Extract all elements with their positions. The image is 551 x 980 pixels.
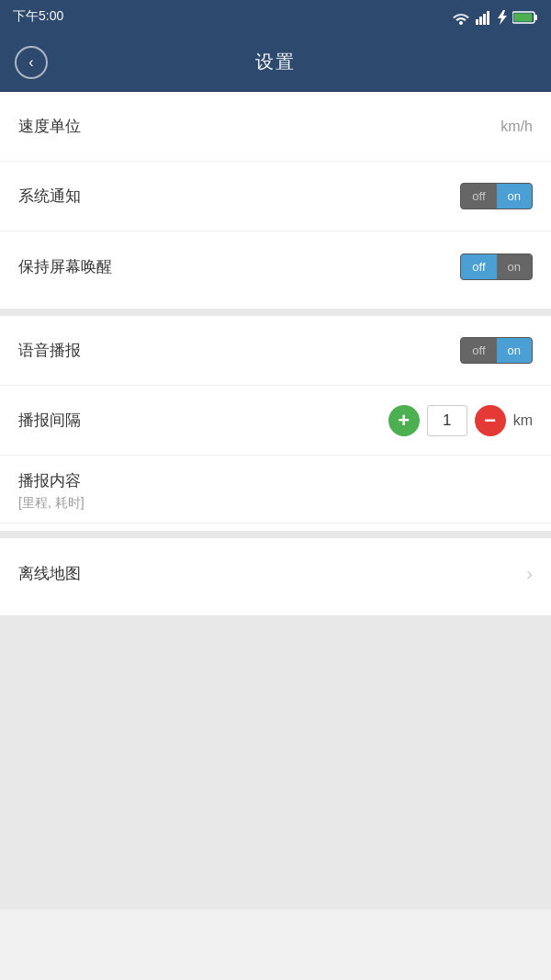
broadcast-content-row[interactable]: 播报内容 [里程, 耗时]	[0, 456, 551, 524]
battery-icon	[512, 9, 538, 24]
interval-value: 1	[427, 405, 467, 436]
svg-rect-3	[487, 11, 489, 25]
system-notification-toggle[interactable]: off on	[460, 183, 533, 209]
status-icons	[452, 8, 538, 24]
svg-rect-1	[479, 17, 482, 25]
system-notification-row: 系统通知 off on	[0, 162, 551, 231]
keep-screen-toggle-off[interactable]: off	[461, 254, 496, 279]
voice-broadcast-label: 语音播报	[18, 340, 81, 361]
keep-screen-awake-row: 保持屏幕唤醒 off on	[0, 231, 551, 301]
section-general: 速度单位 km/h 系统通知 off on 保持屏幕唤醒 off on	[0, 92, 551, 301]
voice-broadcast-row: 语音播报 off on	[0, 316, 551, 386]
toggle-on-label[interactable]: on	[497, 184, 532, 208]
back-icon: ‹	[28, 54, 33, 71]
voice-toggle-off[interactable]: off	[461, 338, 496, 363]
keep-screen-toggle[interactable]: off on	[460, 253, 533, 280]
status-time: 下午5:00	[13, 8, 63, 25]
signal-icon	[476, 8, 492, 24]
broadcast-content-label: 播报内容	[18, 470, 533, 491]
section-voice: 语音播报 off on 播报间隔 + 1 − km 播报内容 [里程	[0, 316, 551, 524]
plus-icon: +	[398, 409, 410, 433]
interval-increase-button[interactable]: +	[388, 405, 420, 436]
broadcast-content-sub: [里程, 耗时]	[18, 495, 533, 512]
wifi-icon	[452, 8, 470, 24]
section-offline: 离线地图 ›	[0, 538, 551, 608]
interval-decrease-button[interactable]: −	[475, 405, 506, 436]
voice-toggle-on[interactable]: on	[497, 338, 532, 363]
keep-screen-toggle-on[interactable]: on	[497, 254, 532, 279]
section-divider-2	[0, 531, 551, 538]
section-divider-1	[0, 309, 551, 316]
charging-icon	[498, 8, 507, 24]
interval-counter: + 1 − km	[388, 405, 533, 436]
keep-screen-awake-label: 保持屏幕唤醒	[18, 256, 112, 277]
header: ‹ 设置	[0, 33, 551, 92]
speed-unit-label: 速度单位	[18, 116, 81, 137]
interval-unit: km	[513, 412, 533, 429]
voice-broadcast-toggle[interactable]: off on	[460, 337, 533, 364]
offline-map-row[interactable]: 离线地图 ›	[0, 538, 551, 608]
svg-rect-2	[483, 14, 486, 25]
svg-rect-6	[514, 14, 533, 22]
status-bar: 下午5:00	[0, 0, 551, 33]
system-notification-label: 系统通知	[18, 186, 81, 207]
minus-icon: −	[484, 409, 496, 433]
page-title: 设置	[255, 50, 296, 74]
back-button[interactable]: ‹	[15, 46, 48, 79]
speed-unit-row: 速度单位 km/h	[0, 92, 551, 162]
chevron-right-icon: ›	[526, 563, 533, 584]
svg-rect-0	[476, 19, 478, 25]
broadcast-interval-row: 播报间隔 + 1 − km	[0, 386, 551, 456]
svg-rect-5	[534, 15, 537, 20]
settings-content: 速度单位 km/h 系统通知 off on 保持屏幕唤醒 off on 语音播报	[0, 92, 551, 909]
bottom-area	[0, 615, 551, 909]
speed-unit-value: km/h	[500, 118, 533, 135]
toggle-off-label[interactable]: off	[461, 184, 496, 208]
offline-map-label: 离线地图	[18, 563, 81, 584]
broadcast-interval-label: 播报间隔	[18, 410, 81, 431]
